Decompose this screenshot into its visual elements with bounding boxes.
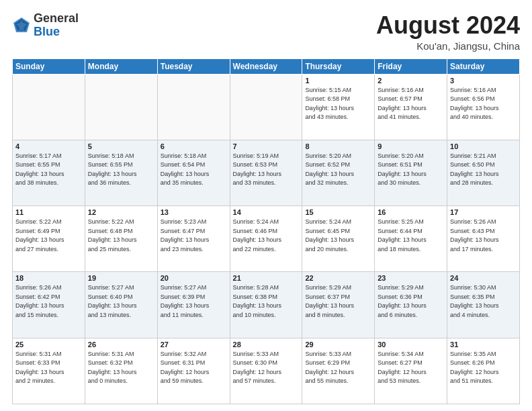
day-cell: 1Sunrise: 5:15 AM Sunset: 6:58 PM Daylig…	[302, 74, 375, 140]
day-number: 20	[161, 274, 227, 282]
day-cell: 9Sunrise: 5:20 AM Sunset: 6:51 PM Daylig…	[375, 140, 447, 205]
day-cell: 20Sunrise: 5:27 AM Sunset: 6:39 PM Dayli…	[157, 272, 230, 338]
day-number: 27	[161, 340, 227, 349]
location: Kou'an, Jiangsu, China	[376, 40, 520, 52]
calendar-header-row: SundayMondayTuesdayWednesdayThursdayFrid…	[13, 58, 520, 74]
day-number: 9	[378, 142, 444, 150]
day-info: Sunrise: 5:26 AM Sunset: 6:42 PM Dayligh…	[15, 283, 82, 320]
day-info: Sunrise: 5:20 AM Sunset: 6:52 PM Dayligh…	[305, 152, 371, 188]
day-info: Sunrise: 5:31 AM Sunset: 6:33 PM Dayligh…	[15, 350, 82, 386]
logo-icon	[12, 16, 31, 35]
week-row-4: 18Sunrise: 5:26 AM Sunset: 6:42 PM Dayli…	[13, 272, 520, 338]
day-info: Sunrise: 5:18 AM Sunset: 6:55 PM Dayligh…	[88, 152, 154, 188]
day-cell: 25Sunrise: 5:31 AM Sunset: 6:33 PM Dayli…	[13, 338, 85, 404]
day-cell: 2Sunrise: 5:16 AM Sunset: 6:57 PM Daylig…	[375, 74, 447, 140]
title-block: August 2024 Kou'an, Jiangsu, China	[376, 12, 520, 52]
day-info: Sunrise: 5:27 AM Sunset: 6:39 PM Dayligh…	[161, 283, 227, 320]
day-cell: 29Sunrise: 5:33 AM Sunset: 6:29 PM Dayli…	[302, 338, 375, 404]
logo-general: General	[34, 11, 79, 25]
calendar: SundayMondayTuesdayWednesdayThursdayFrid…	[12, 58, 520, 404]
day-info: Sunrise: 5:34 AM Sunset: 6:27 PM Dayligh…	[378, 350, 444, 386]
day-number: 21	[233, 274, 300, 282]
logo-text: General Blue	[34, 12, 79, 39]
day-info: Sunrise: 5:22 AM Sunset: 6:48 PM Dayligh…	[88, 218, 154, 254]
day-cell: 17Sunrise: 5:26 AM Sunset: 6:43 PM Dayli…	[447, 206, 520, 272]
day-number: 5	[88, 142, 154, 150]
day-info: Sunrise: 5:24 AM Sunset: 6:45 PM Dayligh…	[305, 218, 371, 254]
day-info: Sunrise: 5:21 AM Sunset: 6:50 PM Dayligh…	[450, 152, 517, 188]
day-cell: 4Sunrise: 5:17 AM Sunset: 6:55 PM Daylig…	[13, 140, 85, 205]
day-number: 31	[450, 340, 517, 349]
day-number: 22	[305, 274, 371, 282]
day-cell: 27Sunrise: 5:32 AM Sunset: 6:31 PM Dayli…	[157, 338, 230, 404]
day-number: 11	[15, 208, 82, 216]
day-info: Sunrise: 5:29 AM Sunset: 6:37 PM Dayligh…	[305, 283, 371, 320]
day-cell: 3Sunrise: 5:16 AM Sunset: 6:56 PM Daylig…	[447, 74, 520, 140]
day-number: 18	[15, 274, 82, 282]
week-row-2: 4Sunrise: 5:17 AM Sunset: 6:55 PM Daylig…	[13, 140, 520, 205]
logo-blue: Blue	[34, 25, 60, 38]
day-info: Sunrise: 5:25 AM Sunset: 6:44 PM Dayligh…	[378, 218, 444, 254]
week-row-1: 1Sunrise: 5:15 AM Sunset: 6:58 PM Daylig…	[13, 74, 520, 140]
day-cell	[85, 74, 157, 140]
day-cell: 16Sunrise: 5:25 AM Sunset: 6:44 PM Dayli…	[375, 206, 447, 272]
day-cell: 21Sunrise: 5:28 AM Sunset: 6:38 PM Dayli…	[230, 272, 302, 338]
day-number: 17	[450, 208, 517, 216]
day-cell: 7Sunrise: 5:19 AM Sunset: 6:53 PM Daylig…	[230, 140, 302, 205]
day-number: 24	[450, 274, 517, 282]
day-cell: 30Sunrise: 5:34 AM Sunset: 6:27 PM Dayli…	[375, 338, 447, 404]
day-number: 3	[450, 77, 517, 85]
day-number: 10	[450, 142, 517, 150]
day-info: Sunrise: 5:17 AM Sunset: 6:55 PM Dayligh…	[15, 152, 82, 188]
col-header-monday: Monday	[85, 58, 157, 74]
day-info: Sunrise: 5:32 AM Sunset: 6:31 PM Dayligh…	[161, 350, 227, 386]
day-number: 2	[378, 77, 444, 85]
col-header-thursday: Thursday	[302, 58, 375, 74]
col-header-saturday: Saturday	[447, 58, 520, 74]
day-cell: 5Sunrise: 5:18 AM Sunset: 6:55 PM Daylig…	[85, 140, 157, 205]
day-cell: 8Sunrise: 5:20 AM Sunset: 6:52 PM Daylig…	[302, 140, 375, 205]
day-cell: 15Sunrise: 5:24 AM Sunset: 6:45 PM Dayli…	[302, 206, 375, 272]
col-header-tuesday: Tuesday	[157, 58, 230, 74]
day-cell	[230, 74, 302, 140]
col-header-friday: Friday	[375, 58, 447, 74]
day-cell: 22Sunrise: 5:29 AM Sunset: 6:37 PM Dayli…	[302, 272, 375, 338]
day-info: Sunrise: 5:15 AM Sunset: 6:58 PM Dayligh…	[305, 86, 371, 122]
day-number: 7	[233, 142, 300, 150]
day-info: Sunrise: 5:24 AM Sunset: 6:46 PM Dayligh…	[233, 218, 300, 254]
day-info: Sunrise: 5:22 AM Sunset: 6:49 PM Dayligh…	[15, 218, 82, 254]
day-number: 13	[161, 208, 227, 216]
header: General Blue August 2024 Kou'an, Jiangsu…	[12, 12, 520, 52]
day-info: Sunrise: 5:29 AM Sunset: 6:36 PM Dayligh…	[378, 283, 444, 320]
day-info: Sunrise: 5:27 AM Sunset: 6:40 PM Dayligh…	[88, 283, 154, 320]
day-info: Sunrise: 5:20 AM Sunset: 6:51 PM Dayligh…	[378, 152, 444, 188]
day-number: 19	[88, 274, 154, 282]
day-info: Sunrise: 5:33 AM Sunset: 6:30 PM Dayligh…	[233, 350, 300, 386]
day-cell: 24Sunrise: 5:30 AM Sunset: 6:35 PM Dayli…	[447, 272, 520, 338]
day-number: 4	[15, 142, 82, 150]
col-header-wednesday: Wednesday	[230, 58, 302, 74]
day-number: 26	[88, 340, 154, 349]
month-year: August 2024	[376, 12, 520, 39]
day-number: 28	[233, 340, 300, 349]
col-header-sunday: Sunday	[13, 58, 85, 74]
day-cell: 23Sunrise: 5:29 AM Sunset: 6:36 PM Dayli…	[375, 272, 447, 338]
day-info: Sunrise: 5:35 AM Sunset: 6:26 PM Dayligh…	[450, 350, 517, 386]
logo: General Blue	[12, 12, 79, 39]
day-cell: 14Sunrise: 5:24 AM Sunset: 6:46 PM Dayli…	[230, 206, 302, 272]
day-number: 25	[15, 340, 82, 349]
day-cell: 12Sunrise: 5:22 AM Sunset: 6:48 PM Dayli…	[85, 206, 157, 272]
day-number: 15	[305, 208, 371, 216]
day-number: 12	[88, 208, 154, 216]
day-info: Sunrise: 5:16 AM Sunset: 6:56 PM Dayligh…	[450, 86, 517, 122]
day-cell: 6Sunrise: 5:18 AM Sunset: 6:54 PM Daylig…	[157, 140, 230, 205]
day-cell: 28Sunrise: 5:33 AM Sunset: 6:30 PM Dayli…	[230, 338, 302, 404]
day-info: Sunrise: 5:19 AM Sunset: 6:53 PM Dayligh…	[233, 152, 300, 188]
day-number: 8	[305, 142, 371, 150]
day-info: Sunrise: 5:28 AM Sunset: 6:38 PM Dayligh…	[233, 283, 300, 320]
day-number: 1	[305, 77, 371, 85]
day-cell: 10Sunrise: 5:21 AM Sunset: 6:50 PM Dayli…	[447, 140, 520, 205]
page: General Blue August 2024 Kou'an, Jiangsu…	[0, 0, 532, 411]
week-row-5: 25Sunrise: 5:31 AM Sunset: 6:33 PM Dayli…	[13, 338, 520, 404]
day-cell: 13Sunrise: 5:23 AM Sunset: 6:47 PM Dayli…	[157, 206, 230, 272]
